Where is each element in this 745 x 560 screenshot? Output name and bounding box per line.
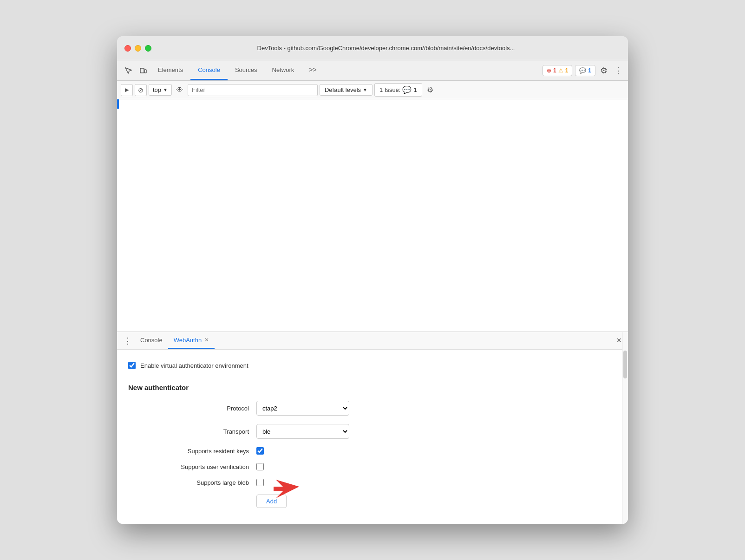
drawer-tab-webauthn[interactable]: WebAuthn ✕	[168, 332, 215, 349]
window-title: DevTools - github.com/GoogleChrome/devel…	[151, 45, 621, 52]
drawer-tab-console[interactable]: Console	[135, 332, 168, 349]
protocol-select[interactable]: ctap2 u2f	[256, 401, 349, 416]
section-title: New authenticator	[128, 384, 617, 391]
add-button[interactable]: Add	[256, 495, 287, 508]
toolbar-right: ⊗ 1 ⚠ 1 💬 1 ⚙ ⋮	[542, 64, 624, 78]
protocol-label: Protocol	[156, 405, 249, 412]
warn-count: 1	[565, 67, 569, 74]
context-dropdown[interactable]: top ▼	[149, 84, 172, 96]
default-levels-label: Default levels	[325, 86, 361, 93]
blue-indicator	[117, 99, 119, 109]
default-levels-dropdown[interactable]: Default levels ▼	[320, 84, 372, 96]
maximize-button[interactable]	[145, 45, 151, 52]
chevron-down-icon: ▼	[363, 87, 367, 92]
large-blob-row: Supports large blob	[156, 479, 349, 486]
tab-console[interactable]: Console	[190, 60, 228, 80]
enable-checkbox[interactable]	[128, 362, 136, 369]
context-label: top	[153, 86, 161, 93]
webauthn-panel: Enable virtual authenticator environment…	[117, 350, 628, 524]
drawer-menu-icon[interactable]: ⋮	[121, 334, 135, 348]
info-badge-button[interactable]: 💬 1	[575, 65, 595, 76]
resident-keys-row: Supports resident keys	[156, 447, 349, 455]
console-settings-icon[interactable]: ⚙	[424, 84, 436, 96]
large-blob-checkbox[interactable]	[256, 479, 264, 486]
scrollbar-thumb[interactable]	[623, 351, 627, 378]
enable-row: Enable virtual authenticator environment	[128, 357, 617, 374]
block-icon[interactable]: ⊘	[135, 84, 147, 96]
svg-rect-1	[144, 70, 146, 73]
error-icon: ⊗	[547, 67, 551, 74]
issues-badge-icon: 💬	[402, 85, 412, 94]
issues-count: 1	[413, 86, 417, 93]
filter-input[interactable]	[188, 84, 318, 96]
issues-button[interactable]: 1 Issue: 💬 1	[374, 83, 422, 97]
tab-more[interactable]: >>	[301, 60, 324, 80]
minimize-button[interactable]	[135, 45, 141, 52]
titlebar: DevTools - github.com/GoogleChrome/devel…	[117, 36, 628, 60]
user-verification-checkbox[interactable]	[256, 463, 264, 470]
transport-label: Transport	[156, 428, 249, 435]
more-options-icon[interactable]: ⋮	[612, 64, 624, 78]
tab-elements[interactable]: Elements	[150, 60, 190, 80]
enable-label: Enable virtual authenticator environment	[140, 362, 248, 369]
info-count: 1	[588, 67, 591, 74]
main-tab-group: Elements Console Sources Network >>	[150, 60, 542, 80]
issues-label: 1 Issue:	[379, 86, 401, 93]
tab-network[interactable]: Network	[265, 60, 302, 80]
resident-keys-checkbox[interactable]	[256, 447, 264, 455]
tab-sources[interactable]: Sources	[228, 60, 265, 80]
chevron-down-icon: ▼	[163, 87, 168, 92]
main-content	[117, 99, 628, 332]
svg-rect-0	[140, 68, 144, 73]
drawer-tab-bar: ⋮ Console WebAuthn ✕ ×	[117, 332, 628, 350]
devtools-window: DevTools - github.com/GoogleChrome/devel…	[117, 36, 628, 524]
play-icon[interactable]: ▶	[121, 84, 133, 96]
resident-keys-label: Supports resident keys	[156, 448, 249, 455]
form-table: Protocol ctap2 u2f Transport ble nfc usb…	[156, 401, 349, 516]
transport-row: Transport ble nfc usb internal	[156, 424, 349, 439]
add-button-row: Add	[156, 495, 349, 508]
close-button[interactable]	[124, 45, 131, 52]
transport-select[interactable]: ble nfc usb internal	[256, 424, 349, 439]
large-blob-label: Supports large blob	[156, 479, 249, 486]
webauthn-tab-label: WebAuthn	[174, 337, 202, 344]
eye-icon[interactable]: 👁	[174, 84, 186, 96]
scrollbar[interactable]	[622, 332, 628, 524]
error-badge-button[interactable]: ⊗ 1 ⚠ 1	[542, 65, 572, 76]
devtools-toolbar: Elements Console Sources Network >> ⊗ 1 …	[117, 60, 628, 81]
error-count: 1	[553, 67, 556, 74]
user-verification-row: Supports user verification	[156, 463, 349, 470]
drawer: ⋮ Console WebAuthn ✕ × Enable virtual au…	[117, 332, 628, 524]
traffic-lights	[124, 45, 151, 52]
user-verification-label: Supports user verification	[156, 463, 249, 470]
warn-icon: ⚠	[558, 67, 563, 74]
info-icon: 💬	[579, 67, 586, 74]
console-toolbar: ▶ ⊘ top ▼ 👁 Default levels ▼ 1 Issue: 💬 …	[117, 81, 628, 99]
webauthn-tab-close-icon[interactable]: ✕	[204, 337, 209, 343]
protocol-row: Protocol ctap2 u2f	[156, 401, 349, 416]
settings-icon[interactable]: ⚙	[598, 64, 609, 78]
cursor-icon[interactable]	[121, 64, 136, 77]
device-toggle-icon[interactable]	[136, 64, 150, 77]
